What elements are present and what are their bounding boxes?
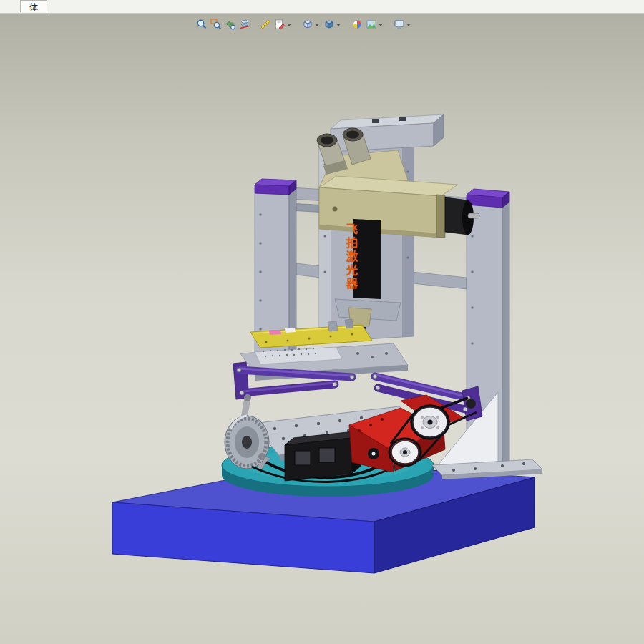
display-style-dropdown-arrow[interactable]: [336, 24, 341, 26]
controller-box[interactable]: [285, 431, 361, 481]
display-style-button[interactable]: [323, 17, 343, 31]
measure-icon: [260, 19, 271, 30]
graphics-area[interactable]: 飞拍激光器: [0, 13, 644, 644]
view-settings-dropdown-arrow[interactable]: [406, 24, 411, 26]
previous-view-icon: [225, 19, 236, 30]
view-settings-button[interactable]: [393, 17, 413, 31]
document-tab-label: 体: [29, 1, 38, 13]
edit-appearance-button[interactable]: [351, 17, 364, 31]
cad-application-window: 体: [0, 0, 644, 644]
section-view-button[interactable]: [238, 17, 251, 31]
machine-3d-model[interactable]: [0, 13, 644, 644]
zoom-to-area-icon: [210, 19, 222, 30]
section-view-icon: [239, 19, 250, 30]
apply-scene-icon: [366, 19, 377, 30]
annotation-icon: [274, 19, 286, 30]
document-tab[interactable]: 体: [20, 0, 47, 12]
display-style-icon: [323, 19, 335, 30]
edit-appearance-icon: [351, 19, 363, 30]
zoom-to-area-button[interactable]: [210, 17, 223, 31]
view-orientation-icon: [302, 19, 313, 30]
view-settings-icon: [394, 19, 405, 30]
heads-up-view-toolbar: [195, 16, 414, 33]
view-orientation-dropdown-arrow[interactable]: [315, 24, 319, 26]
zoom-to-fit-button[interactable]: [195, 17, 208, 31]
document-tab-bar: 体: [0, 0, 644, 14]
measure-button[interactable]: [259, 17, 272, 31]
zoom-to-fit-icon: [196, 19, 208, 30]
apply-scene-dropdown-arrow[interactable]: [379, 24, 383, 26]
apply-scene-button[interactable]: [365, 17, 385, 31]
previous-view-button[interactable]: [224, 17, 237, 31]
view-orientation-button[interactable]: [301, 17, 321, 31]
annotation-button[interactable]: [273, 17, 293, 31]
annotation-dropdown-arrow[interactable]: [287, 24, 291, 26]
laser-module-label: 飞拍激光器: [343, 223, 358, 302]
